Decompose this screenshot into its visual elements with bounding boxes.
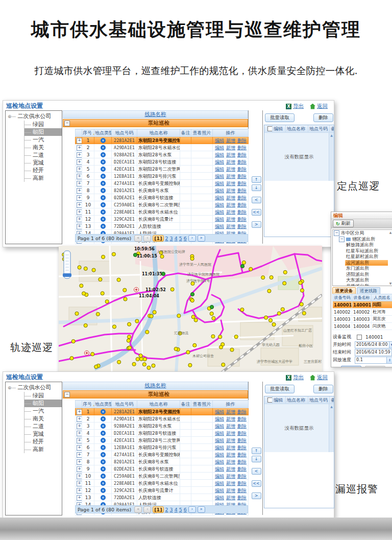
pager-page-5[interactable]: 5 bbox=[179, 236, 182, 241]
expand-cell[interactable]: + bbox=[76, 494, 82, 501]
group-collapse-icon[interactable]: − bbox=[64, 392, 70, 397]
row-action-编辑[interactable]: 编辑 bbox=[215, 416, 224, 421]
pager-page-3[interactable]: 3 bbox=[170, 236, 173, 241]
delete-button[interactable]: 删除 bbox=[313, 113, 333, 122]
row-action-新增[interactable]: 新增 bbox=[226, 209, 235, 215]
col-header-3[interactable]: 地点名称 bbox=[137, 129, 180, 137]
device-col-1[interactable]: 设备名称 bbox=[352, 294, 372, 301]
patrol-point-marker[interactable] bbox=[218, 335, 222, 339]
row-action-新增[interactable]: 新增 bbox=[226, 445, 235, 450]
table-row[interactable]: +612EBA1E1东朝阳28号排污泵编辑新增删除 bbox=[76, 444, 249, 451]
transfer-down-button[interactable]: ↓ bbox=[252, 456, 261, 462]
batch-read-button[interactable]: 批量读取 bbox=[265, 113, 295, 122]
table-row[interactable]: +1372DDA2E1人防软连接编辑新增删除 bbox=[76, 494, 249, 501]
device-row[interactable]: 140004140004闫庆艳 bbox=[333, 323, 392, 330]
table-row[interactable]: +12281A2E1东朝阳28号变频控制柜编辑新增删除 bbox=[76, 137, 249, 144]
row-action-编辑[interactable]: 编辑 bbox=[215, 466, 224, 472]
col-header-5[interactable]: 查看照片 bbox=[191, 129, 213, 137]
patrol-point-marker[interactable] bbox=[123, 288, 127, 292]
table-row[interactable]: +2A29DA1E1东朝阳28号水箱水位编辑新增删除 bbox=[76, 415, 249, 422]
pager-page-5[interactable]: 5 bbox=[179, 507, 182, 512]
row-action-删除[interactable]: 删除 bbox=[237, 459, 247, 464]
patrol-point-marker[interactable] bbox=[300, 302, 303, 306]
row-action-删除[interactable]: 删除 bbox=[237, 195, 247, 200]
expand-cell[interactable]: + bbox=[76, 137, 82, 144]
patrol-point-marker[interactable] bbox=[84, 324, 87, 327]
tree-item-绿园[interactable]: 绿园 bbox=[24, 392, 62, 400]
row-action-删除[interactable]: 删除 bbox=[237, 159, 247, 165]
row-action-编辑[interactable]: 编辑 bbox=[215, 145, 224, 150]
col-header-3[interactable]: 地点名称 bbox=[137, 401, 180, 408]
expand-cell[interactable]: + bbox=[76, 458, 82, 465]
row-expand-icon[interactable]: + bbox=[77, 202, 82, 208]
dropdown-arrow-icon[interactable]: ▼ bbox=[389, 342, 392, 348]
batch-read-button[interactable]: 批量读取 bbox=[265, 385, 295, 393]
pager-first-button[interactable]: « bbox=[134, 235, 142, 242]
patrol-point-marker[interactable] bbox=[281, 308, 284, 311]
row-action-删除[interactable]: 删除 bbox=[237, 495, 247, 500]
pager-page-4[interactable]: 4 bbox=[175, 236, 178, 241]
patrol-point-marker[interactable] bbox=[283, 270, 287, 274]
col-header-2[interactable]: 地点号码 bbox=[112, 129, 137, 137]
row-action-删除[interactable]: 删除 bbox=[237, 167, 247, 172]
collapse-icon[interactable]: − bbox=[339, 237, 345, 242]
col-header-6[interactable]: 操作 bbox=[213, 401, 249, 408]
patrol-point-marker[interactable] bbox=[112, 252, 115, 256]
table-row[interactable]: +612EBA1E1东朝阳28号排污泵编辑新增删除 bbox=[76, 173, 249, 180]
patrol-point-marker[interactable] bbox=[194, 318, 198, 322]
row-action-编辑[interactable]: 编辑 bbox=[215, 452, 224, 457]
group-collapse-icon[interactable]: − bbox=[64, 121, 70, 126]
row-action-删除[interactable]: 删除 bbox=[237, 488, 247, 493]
patrol-point-marker[interactable] bbox=[152, 364, 155, 367]
patrol-point-marker[interactable] bbox=[190, 299, 194, 302]
table-row[interactable]: +2A29DA1E1东朝阳28号水箱水位编辑新增删除 bbox=[76, 144, 249, 151]
device-row[interactable]: 140001140001闫阳 bbox=[333, 301, 392, 309]
row-action-删除[interactable]: 删除 bbox=[237, 445, 247, 450]
patrol-point-marker[interactable] bbox=[188, 363, 192, 367]
pager-page-3[interactable]: 3 bbox=[170, 507, 173, 512]
row-action-新增[interactable]: 新增 bbox=[226, 145, 235, 150]
row-action-新增[interactable]: 新增 bbox=[226, 416, 235, 421]
patrol-point-marker[interactable] bbox=[142, 363, 146, 366]
patrol-point-marker[interactable] bbox=[127, 335, 131, 339]
expand-cell[interactable]: + bbox=[76, 180, 82, 187]
expand-cell[interactable]: + bbox=[76, 451, 82, 458]
spinner-icon[interactable]: ↕ bbox=[386, 357, 392, 363]
row-action-编辑[interactable]: 编辑 bbox=[215, 424, 224, 429]
patrol-point-marker[interactable] bbox=[222, 363, 225, 366]
patrol-point-marker[interactable] bbox=[249, 267, 253, 271]
table-row[interactable]: +4D2ECA1E1东朝阳28号软连接编辑新增删除 bbox=[76, 430, 249, 437]
table-row[interactable]: +11228EA0E1长庆南8号水箱水位编辑新增删除 bbox=[76, 208, 249, 216]
row-expand-icon[interactable]: + bbox=[77, 474, 82, 479]
station-item-东门派出所[interactable]: 东门派出所 bbox=[345, 266, 388, 272]
table-row[interactable]: +11228EA0E1长庆南8号水箱水位编辑新增删除 bbox=[76, 480, 249, 487]
col-header-4[interactable]: 备注 bbox=[180, 129, 191, 137]
tree-item-一汽[interactable]: 一汽 bbox=[24, 136, 62, 144]
row-expand-icon[interactable]: + bbox=[77, 424, 82, 429]
tree-item-高新[interactable]: 高新 bbox=[24, 174, 62, 182]
expand-cell[interactable]: + bbox=[76, 208, 82, 216]
row-action-编辑[interactable]: 编辑 bbox=[215, 167, 224, 172]
patrol-point-marker[interactable] bbox=[78, 266, 81, 269]
refresh-button[interactable]: ↻ 刷新 bbox=[333, 220, 354, 227]
row-expand-icon[interactable]: + bbox=[77, 452, 82, 458]
row-action-删除[interactable]: 删除 bbox=[237, 452, 247, 457]
device-col-0[interactable]: 设备号码 bbox=[333, 294, 352, 301]
zoom-slider-handle[interactable] bbox=[63, 273, 71, 277]
expand-cell[interactable]: + bbox=[76, 437, 82, 444]
transfer-left-all-button[interactable]: << bbox=[252, 480, 261, 487]
row-expand-icon[interactable]: + bbox=[77, 217, 82, 222]
patrol-point-marker[interactable] bbox=[219, 345, 223, 349]
row-action-删除[interactable]: 删除 bbox=[237, 174, 247, 179]
expand-cell[interactable]: + bbox=[76, 465, 82, 473]
pager-next-button[interactable]: › bbox=[188, 235, 196, 242]
right-grid-scrollbar[interactable]: ▲ bbox=[329, 133, 334, 181]
table-row[interactable]: +902DEA2E1长庆南8号软连接编辑新增删除 bbox=[76, 194, 249, 201]
patrol-point-marker[interactable] bbox=[139, 357, 143, 361]
pager-next-button[interactable]: › bbox=[188, 506, 196, 513]
station-item-大东派出所[interactable]: 大东派出所 bbox=[345, 277, 388, 284]
transfer-right-button[interactable]: > bbox=[252, 221, 261, 228]
end-time-input[interactable]: 2016/6/24 10:59 ▼ bbox=[355, 349, 392, 356]
patrol-point-marker[interactable] bbox=[193, 343, 197, 347]
patrol-point-marker[interactable] bbox=[264, 316, 268, 319]
